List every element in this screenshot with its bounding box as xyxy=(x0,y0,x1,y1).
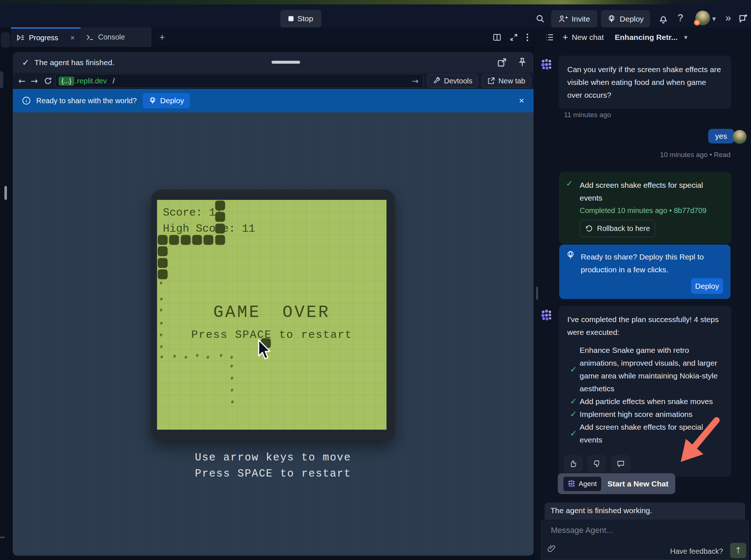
comment-button[interactable] xyxy=(611,455,630,473)
pin-button[interactable] xyxy=(517,57,528,68)
particle xyxy=(173,354,176,358)
chevron-down-icon[interactable]: ▾ xyxy=(712,14,716,23)
url-path: / xyxy=(113,77,115,85)
paperclip-icon xyxy=(547,544,556,554)
chevron-down-icon[interactable]: ▾ xyxy=(684,33,687,41)
check-icon: ✓ xyxy=(567,395,580,408)
agent-message-text: Can you verify if the screen shake effec… xyxy=(567,65,721,99)
url-go-icon[interactable]: → xyxy=(412,76,419,86)
check-icon: ✓ xyxy=(567,363,580,376)
thumbs-down-icon xyxy=(593,459,601,468)
step-text: Enhance Snake game with retro animations… xyxy=(580,344,722,395)
chat-list-icon[interactable] xyxy=(545,33,554,42)
user-avatar xyxy=(733,130,747,144)
deploy-card-text: Ready to share? Deploy this Repl to prod… xyxy=(581,250,723,276)
start-new-chat-cta[interactable]: Agent Start a New Chat xyxy=(558,473,675,494)
stop-icon xyxy=(288,16,294,21)
new-chat-plus-icon[interactable]: + xyxy=(563,31,568,43)
thumbs-up-button[interactable] xyxy=(564,455,583,473)
devtools-button[interactable]: Devtools xyxy=(427,74,478,88)
snake-segment xyxy=(181,235,191,245)
url-bar[interactable]: {...} .replit.dev / → xyxy=(55,74,423,88)
app-window: Stop Invite Deploy ? ▾ » xyxy=(0,0,751,560)
check-icon: ✓ xyxy=(567,427,580,440)
thumbs-up-icon xyxy=(569,459,578,468)
rail-tab-handle[interactable] xyxy=(1,32,10,48)
scrollbar-thumb[interactable] xyxy=(536,287,538,300)
open-in-window-icon xyxy=(497,57,507,67)
particle xyxy=(231,376,234,380)
message-input[interactable] xyxy=(550,525,713,535)
deploy-card-button[interactable]: Deploy xyxy=(691,278,723,294)
checkpoint-meta: Completed 10 minutes ago • 8b77d709 xyxy=(580,206,723,215)
message-composer: Have feedback? ↑ xyxy=(541,519,749,560)
refresh-icon[interactable] xyxy=(44,76,52,85)
agent-status-bar: ✓ The agent has finished. xyxy=(13,52,534,73)
external-link-icon xyxy=(487,77,495,85)
notifications-button[interactable] xyxy=(657,12,669,25)
particle xyxy=(230,364,233,368)
attach-button[interactable] xyxy=(547,544,558,556)
particle xyxy=(184,355,188,359)
agent-status-text: The agent has finished. xyxy=(34,58,114,67)
tab-progress[interactable]: Progress × xyxy=(11,27,81,47)
search-button[interactable] xyxy=(534,12,547,25)
help-button[interactable]: ? xyxy=(675,11,686,25)
feedback-link[interactable]: Have feedback? xyxy=(670,547,723,556)
agent-pill: Agent xyxy=(563,476,602,492)
particle xyxy=(230,355,233,359)
split-pane-icon[interactable] xyxy=(493,33,501,42)
drag-handle[interactable] xyxy=(272,61,300,64)
rollback-button[interactable]: Rollback to here xyxy=(580,220,655,237)
forward-button[interactable]: → xyxy=(28,76,41,86)
thumbs-down-button[interactable] xyxy=(587,455,606,473)
annotation-arrow xyxy=(673,410,725,470)
newtab-label: New tab xyxy=(498,77,525,85)
browser-toolbar: ← → {...} .replit.dev / → Devtools New t… xyxy=(13,73,534,89)
app-preview: Score: 11 High Score: 11 GAME OVER Press… xyxy=(13,112,534,556)
pin-icon xyxy=(517,57,527,67)
tab-console[interactable]: Console xyxy=(81,27,151,47)
stop-button[interactable]: Stop xyxy=(280,10,321,27)
rollback-icon xyxy=(585,225,593,233)
deploy-button[interactable]: Deploy xyxy=(601,10,650,27)
preview-pane: ✓ The agent has finished. ← → {...} .rep… xyxy=(13,52,534,556)
particle xyxy=(160,321,163,325)
snake-segment xyxy=(158,269,168,279)
add-tab-button[interactable]: + xyxy=(151,27,173,47)
back-button[interactable]: ← xyxy=(16,76,28,86)
banner-deploy-label: Deploy xyxy=(160,96,184,105)
new-tab-button[interactable]: New tab xyxy=(482,74,531,88)
snake-segment xyxy=(203,235,213,245)
banner-close-icon[interactable]: × xyxy=(519,96,524,106)
user-avatar[interactable] xyxy=(695,11,710,25)
snake-segment xyxy=(215,224,225,234)
console-tab-icon xyxy=(86,34,94,41)
particle xyxy=(231,400,234,404)
new-chat-label[interactable]: New chat xyxy=(572,33,604,42)
new-comment-button[interactable] xyxy=(737,12,749,24)
bell-icon xyxy=(658,14,668,24)
banner-deploy-button[interactable]: Deploy xyxy=(143,93,190,108)
agent-avatar xyxy=(541,59,553,71)
tab-close-icon[interactable]: × xyxy=(70,34,75,42)
open-in-window-button[interactable] xyxy=(497,57,508,68)
game-over-text: GAME OVER xyxy=(157,303,386,322)
kebab-menu-icon[interactable] xyxy=(526,33,528,42)
game-caption-move: Use arrow keys to move xyxy=(145,452,401,464)
expand-icon[interactable] xyxy=(509,33,518,42)
stop-label: Stop xyxy=(297,14,313,23)
tab-strip: Progress × Console + xyxy=(11,27,534,47)
deploy-globe-icon xyxy=(607,15,616,23)
game-screen[interactable]: Score: 11 High Score: 11 GAME OVER Press… xyxy=(157,200,386,430)
chat-plus-icon xyxy=(738,14,748,23)
invite-button[interactable]: Invite xyxy=(551,10,597,27)
panel-collapse-handle[interactable] xyxy=(4,186,7,200)
step-item: ✓ Enhance Snake game with retro animatio… xyxy=(567,344,722,395)
summary-intro: I've completed the plan successfully! 4 … xyxy=(567,313,722,339)
send-button[interactable]: ↑ xyxy=(730,543,746,558)
particle xyxy=(206,355,210,359)
collapse-chevrons-icon[interactable]: » xyxy=(725,12,730,24)
snake-segment xyxy=(169,235,179,245)
chat-title[interactable]: Enhancing Retr... xyxy=(615,33,678,42)
